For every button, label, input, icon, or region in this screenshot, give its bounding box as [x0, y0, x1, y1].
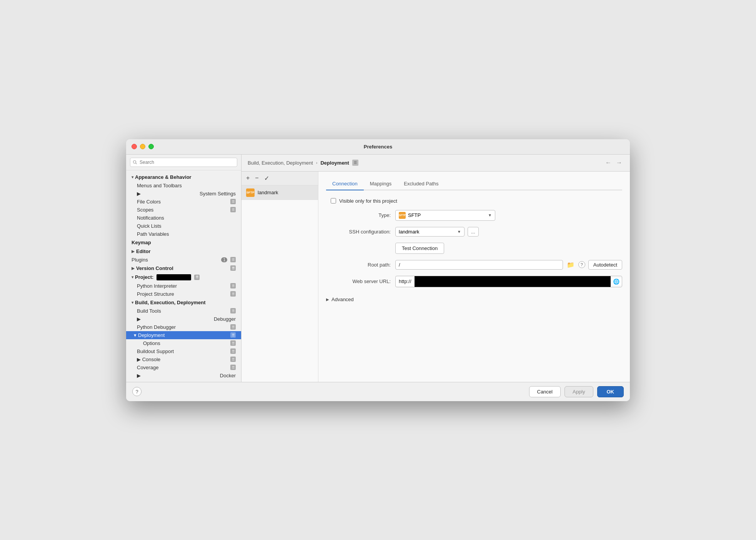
sidebar-item-keymap[interactable]: Keymap [126, 238, 241, 247]
arrow-icon: ▶ [132, 266, 135, 270]
badge-icon: ☰ [230, 199, 236, 204]
visible-only-row: Visible only for this project [326, 198, 622, 204]
ssh-config-value: landmark [399, 229, 419, 235]
titlebar: Preferences [126, 139, 630, 155]
traffic-lights [132, 144, 154, 149]
breadcrumb-part: Build, Execution, Deployment [248, 160, 313, 166]
type-row: Type: SFTP SFTP ▼ [326, 210, 622, 221]
minimize-button[interactable] [140, 144, 145, 149]
back-button[interactable]: ← [604, 158, 613, 167]
help-icon[interactable]: ? [578, 261, 585, 268]
sidebar-item-python-interpreter[interactable]: Python Interpreter ☰ [126, 282, 241, 290]
chevron-right-icon: › [316, 160, 318, 165]
sidebar-item-python-debugger[interactable]: Python Debugger ☰ [126, 323, 241, 331]
nav-arrows: ← → [604, 158, 624, 167]
config-area: Connection Mappings Excluded Paths Visib… [318, 172, 630, 382]
sidebar-item-version-control[interactable]: ▶ Version Control ☰ [126, 264, 241, 273]
forward-button[interactable]: → [614, 158, 624, 167]
ssh-config-row: SSH configuration: landmark ▼ ... [326, 227, 622, 237]
plugins-badge: 1 [221, 257, 227, 262]
sidebar-item-build-tools[interactable]: Build Tools ☰ [126, 307, 241, 315]
search-bar [126, 155, 241, 170]
servers-list: + − ✓ SFTP landmark [241, 172, 318, 382]
ssh-config-more-button[interactable]: ... [468, 227, 479, 237]
ssh-config-dropdown[interactable]: landmark ▼ [395, 227, 465, 237]
sidebar-item-notifications[interactable]: Notifications [126, 214, 241, 222]
sidebar-item-coverage[interactable]: Coverage ☰ [126, 363, 241, 372]
server-name: landmark [258, 190, 278, 195]
badge-icon: ☰ [230, 308, 236, 313]
apply-button[interactable]: Apply [565, 386, 593, 397]
sidebar-label-project: Project: [135, 274, 153, 280]
sidebar-item-plugins[interactable]: Plugins 1 ☰ [126, 256, 241, 264]
help-button[interactable]: ? [132, 387, 142, 396]
badge-icon: ☰ [230, 332, 236, 338]
maximize-button[interactable] [148, 144, 154, 149]
badge-icon: ☰ [230, 257, 236, 262]
arrow-icon: ▾ [132, 275, 133, 279]
sidebar-item-scopes[interactable]: Scopes ☰ [126, 206, 241, 214]
collapse-icon[interactable]: ☰ [352, 160, 358, 166]
root-path-input[interactable] [395, 260, 563, 270]
add-server-button[interactable]: + [245, 174, 251, 182]
badge-icon: ☰ [230, 324, 236, 330]
breadcrumb: Build, Execution, Deployment › Deploymen… [248, 160, 358, 166]
sidebar-item-buildout-support[interactable]: Buildout Support ☰ [126, 347, 241, 355]
sidebar: ▾ Appearance & Behavior Menus and Toolba… [126, 155, 241, 382]
sidebar-item-project[interactable]: ▾ Project: ☰ [126, 273, 241, 282]
sidebar-item-debugger[interactable]: ▶ Debugger [126, 315, 241, 323]
root-path-row: Root path: 📁 ? Autodetect [326, 260, 622, 270]
sidebar-item-system-settings[interactable]: ▶ System Settings [126, 190, 241, 198]
badge-icon: ☰ [230, 283, 236, 288]
test-connection-button[interactable]: Test Connection [395, 243, 444, 254]
sidebar-item-docker[interactable]: ▶ Docker [126, 372, 241, 380]
remove-server-button[interactable]: − [253, 174, 260, 182]
project-name-redacted [157, 274, 191, 280]
deployment-panel: + − ✓ SFTP landmark Connection [241, 172, 630, 382]
arrow-icon: ▶ [132, 249, 135, 253]
tab-connection[interactable]: Connection [326, 178, 364, 190]
window-title: Preferences [364, 144, 392, 150]
arrow-icon: ▾ [134, 332, 137, 338]
sidebar-label-keymap: Keymap [132, 240, 151, 245]
tab-excluded-paths[interactable]: Excluded Paths [398, 178, 445, 190]
confirm-server-button[interactable]: ✓ [263, 174, 271, 183]
sidebar-item-editor[interactable]: ▶ Editor [126, 247, 241, 256]
sidebar-item-quick-lists[interactable]: Quick Lists [126, 222, 241, 230]
sidebar-item-options[interactable]: Options ☰ [126, 339, 241, 347]
preferences-window: Preferences ▾ Appearance & Behavior Menu… [126, 139, 630, 401]
autodetect-button[interactable]: Autodetect [588, 260, 622, 270]
type-dropdown-wrapper[interactable]: SFTP SFTP ▼ [395, 210, 495, 221]
sidebar-item-file-colors[interactable]: File Colors ☰ [126, 198, 241, 206]
sidebar-item-build-execution[interactable]: ▾ Build, Execution, Deployment [126, 298, 241, 307]
ok-button[interactable]: OK [597, 386, 624, 397]
cancel-button[interactable]: Cancel [529, 386, 561, 397]
sidebar-item-path-variables[interactable]: Path Variables [126, 230, 241, 238]
visible-only-checkbox[interactable] [331, 198, 336, 203]
sidebar-item-console[interactable]: ▶ Console ☰ [126, 355, 241, 363]
server-item-landmark[interactable]: SFTP landmark [241, 185, 318, 200]
arrow-icon: ▾ [132, 300, 133, 305]
type-field: SFTP SFTP ▼ [395, 210, 622, 221]
sidebar-item-appearance[interactable]: ▾ Appearance & Behavior [126, 173, 241, 182]
type-value: SFTP [408, 212, 421, 218]
sidebar-item-project-structure[interactable]: Project Structure ☰ [126, 290, 241, 298]
visible-only-label: Visible only for this project [339, 198, 397, 204]
test-connection-field: Test Connection [395, 243, 622, 254]
sidebar-label-appearance: Appearance & Behavior [135, 174, 191, 180]
browser-icon-button[interactable]: 🌐 [611, 278, 622, 285]
folder-icon-button[interactable]: 📁 [566, 260, 575, 269]
web-server-url-row: Web server URL: http:// 🌐 [326, 276, 622, 287]
advanced-row[interactable]: ▶ Advanced [326, 293, 622, 305]
sidebar-item-deployment[interactable]: ▾ Deployment ☰ [126, 331, 241, 339]
search-input[interactable] [130, 158, 237, 167]
sidebar-label-editor: Editor [136, 248, 151, 254]
sidebar-label-version-control: Version Control [136, 265, 173, 271]
servers-toolbar: + − ✓ [241, 172, 318, 185]
web-url-redacted [415, 276, 611, 287]
sidebar-item-menus-toolbars[interactable]: Menus and Toolbars [126, 182, 241, 190]
tabs-row: Connection Mappings Excluded Paths [326, 178, 622, 190]
tab-mappings[interactable]: Mappings [364, 178, 398, 190]
close-button[interactable] [132, 144, 137, 149]
right-panel: Build, Execution, Deployment › Deploymen… [241, 155, 630, 382]
